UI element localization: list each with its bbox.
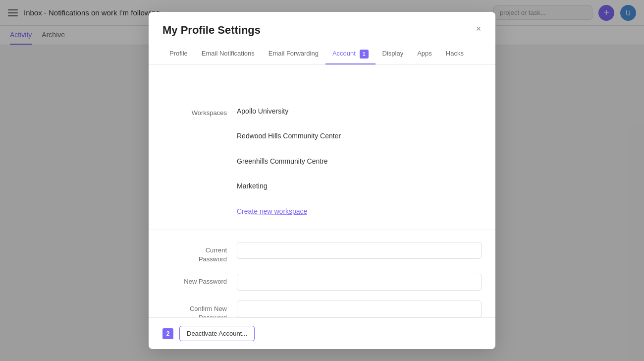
new-password-content [237, 274, 482, 291]
close-button[interactable]: × [472, 22, 485, 36]
modal-header: My Profile Settings × [149, 12, 495, 45]
confirm-password-content [237, 301, 482, 317]
workspaces-content: Apollo University Redwood Hills Communit… [237, 105, 482, 218]
modal-tabs: Profile Email Notifications Email Forwar… [149, 45, 495, 65]
workspaces-label: Workspaces [162, 105, 237, 117]
workspace-item: Marketing [237, 180, 482, 192]
workspace-item: Greenhills Community Centre [237, 155, 482, 168]
current-password-input[interactable] [237, 242, 482, 259]
tab-email-notifications[interactable]: Email Notifications [195, 45, 262, 64]
new-password-row: New Password [162, 274, 482, 291]
tab-hacks[interactable]: Hacks [439, 45, 471, 64]
account-tab-badge: 1 [360, 50, 369, 59]
tab-display[interactable]: Display [376, 45, 411, 64]
profile-settings-modal: My Profile Settings × Profile Email Noti… [149, 12, 495, 349]
workspaces-row: Workspaces Apollo University Redwood Hil… [162, 105, 482, 218]
partial-top-section [149, 65, 495, 93]
workspace-item: Apollo University [237, 105, 482, 118]
password-section: CurrentPassword New Password Confirm New… [149, 230, 495, 317]
confirm-password-label: Confirm NewPassword [162, 301, 237, 317]
tab-account[interactable]: Account 1 [325, 45, 376, 64]
new-password-input[interactable] [237, 274, 482, 291]
tab-profile[interactable]: Profile [162, 45, 195, 64]
tab-apps[interactable]: Apps [410, 45, 439, 64]
modal-footer: 2 Deactivate Account... [149, 317, 495, 349]
current-password-content [237, 242, 482, 259]
modal-title: My Profile Settings [162, 24, 482, 37]
workspace-item: Redwood Hills Community Center [237, 130, 482, 142]
step-badge: 2 [162, 328, 173, 339]
workspaces-section: Workspaces Apollo University Redwood Hil… [149, 93, 495, 230]
confirm-password-input[interactable] [237, 301, 482, 317]
confirm-password-row: Confirm NewPassword [162, 301, 482, 317]
deactivate-account-button[interactable]: Deactivate Account... [179, 326, 255, 341]
workspace-list: Apollo University Redwood Hills Communit… [237, 105, 482, 218]
current-password-row: CurrentPassword [162, 242, 482, 264]
create-workspace-link[interactable]: Create new workspace [237, 207, 307, 215]
new-password-label: New Password [162, 274, 237, 285]
modal-body: Workspaces Apollo University Redwood Hil… [149, 65, 495, 317]
partial-content [237, 73, 482, 85]
tab-email-forwarding[interactable]: Email Forwarding [262, 45, 325, 64]
current-password-label: CurrentPassword [162, 242, 237, 264]
modal-overlay: My Profile Settings × Profile Email Noti… [0, 0, 644, 361]
